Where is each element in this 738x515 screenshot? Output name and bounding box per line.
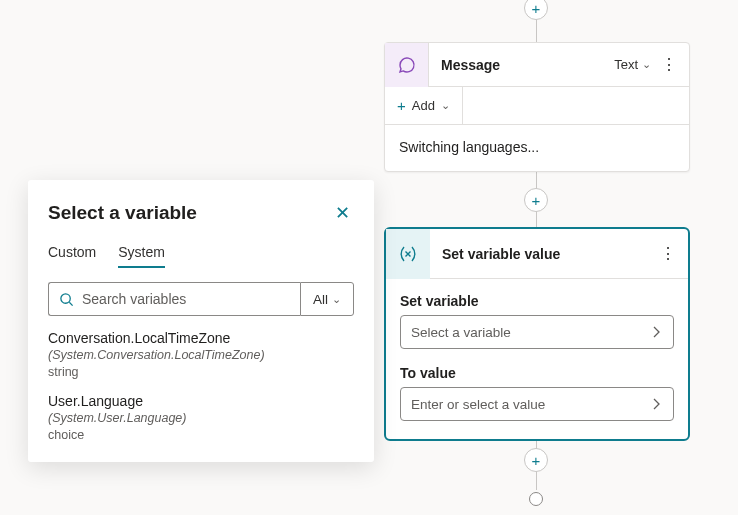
variable-name: User.Language bbox=[48, 393, 354, 409]
message-body[interactable]: Switching languages... bbox=[385, 125, 689, 171]
variable-item[interactable]: User.Language (System.User.Language) cho… bbox=[48, 393, 354, 442]
add-node-top[interactable]: + bbox=[524, 0, 548, 20]
set-variable-label: Set variable bbox=[400, 293, 674, 309]
filter-dropdown[interactable]: All ⌄ bbox=[300, 282, 354, 316]
set-variable-more-menu[interactable]: ⋮ bbox=[656, 244, 680, 263]
select-variable-input[interactable]: Select a variable bbox=[400, 315, 674, 349]
set-variable-title: Set variable value bbox=[442, 246, 656, 262]
set-variable-card: Set variable value ⋮ Set variable Select… bbox=[384, 227, 690, 441]
set-variable-header: Set variable value ⋮ bbox=[386, 229, 688, 279]
search-icon bbox=[59, 292, 74, 307]
message-card: Message Text ⌄ ⋮ + Add ⌄ Switching langu… bbox=[384, 42, 690, 172]
message-header: Message Text ⌄ ⋮ bbox=[385, 43, 689, 87]
chevron-right-icon bbox=[649, 397, 663, 411]
tab-custom[interactable]: Custom bbox=[48, 244, 96, 268]
add-node-bottom[interactable]: + bbox=[524, 448, 548, 472]
search-input[interactable] bbox=[82, 291, 290, 307]
svg-point-0 bbox=[61, 293, 70, 302]
variable-path: (System.User.Language) bbox=[48, 411, 354, 425]
to-value-input[interactable]: Enter or select a value bbox=[400, 387, 674, 421]
message-type-dropdown[interactable]: Text ⌄ bbox=[608, 53, 657, 76]
flow-end bbox=[529, 492, 543, 506]
svg-line-1 bbox=[69, 302, 72, 305]
search-box[interactable] bbox=[48, 282, 300, 316]
variable-path: (System.Conversation.LocalTimeZone) bbox=[48, 348, 354, 362]
close-icon[interactable]: ✕ bbox=[331, 200, 354, 226]
message-icon bbox=[385, 43, 429, 87]
variable-item[interactable]: Conversation.LocalTimeZone (System.Conve… bbox=[48, 330, 354, 379]
panel-title: Select a variable bbox=[48, 202, 197, 224]
chevron-down-icon: ⌄ bbox=[441, 99, 450, 112]
select-variable-panel: Select a variable ✕ Custom System All ⌄ … bbox=[28, 180, 374, 462]
tab-system[interactable]: System bbox=[118, 244, 165, 268]
message-add-row: + Add ⌄ bbox=[385, 87, 689, 125]
chevron-down-icon: ⌄ bbox=[642, 58, 651, 71]
variable-type: string bbox=[48, 365, 354, 379]
chevron-right-icon bbox=[649, 325, 663, 339]
tabs: Custom System bbox=[48, 244, 354, 268]
add-button[interactable]: + Add ⌄ bbox=[385, 87, 463, 124]
chevron-down-icon: ⌄ bbox=[332, 293, 341, 306]
variable-icon bbox=[386, 229, 430, 279]
plus-icon: + bbox=[397, 97, 406, 114]
to-value-label: To value bbox=[400, 365, 674, 381]
message-title: Message bbox=[441, 57, 608, 73]
message-more-menu[interactable]: ⋮ bbox=[657, 55, 681, 74]
variable-name: Conversation.LocalTimeZone bbox=[48, 330, 354, 346]
variable-type: choice bbox=[48, 428, 354, 442]
add-node-middle[interactable]: + bbox=[524, 188, 548, 212]
